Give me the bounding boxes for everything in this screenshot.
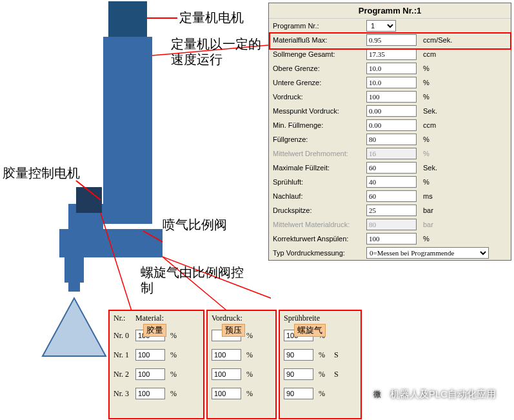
param-row-11: Nachlauf:ms [269, 189, 511, 203]
sub-material: Nr.:Material: 胶量 Nr. 0%Nr. 1%Nr. 2%Nr. 3… [108, 310, 204, 419]
sub-spruhbreite: Sprühbreite 螺旋气 %%S%S% [279, 310, 362, 419]
param-input-6[interactable] [366, 119, 417, 131]
subs-input-1[interactable] [284, 349, 313, 361]
tag-preload: 预压 [222, 324, 245, 337]
subp-input-1[interactable] [212, 349, 241, 361]
label-motor: 定量机电机 [179, 10, 244, 25]
svg-marker-7 [43, 298, 106, 356]
param-row-3: Untere Grenze:% [269, 75, 511, 90]
param-input-1[interactable] [366, 48, 417, 60]
param-row-2: Obere Grenze:% [269, 61, 511, 75]
label-prop-valve: 喷气比例阀 [163, 217, 227, 232]
param-row-12: Druckspitze:bar [269, 203, 511, 217]
param-input-12[interactable] [366, 205, 417, 216]
sel-row: Typ Vordruckmessung: 0=Messen bei Progra… [269, 246, 511, 260]
watermark: 微 机器人及PLC自动化应用 [371, 388, 496, 401]
svg-line-12 [101, 213, 132, 313]
param-input-14[interactable] [366, 233, 417, 245]
param-row-6: Min. Füllmenge:ccm [269, 118, 511, 132]
param-input-10[interactable] [366, 176, 417, 188]
subm-input-1[interactable] [135, 349, 165, 361]
sel-label: Typ Vordruckmessung: [273, 249, 366, 257]
prog-nr-row: Programm Nr.: 1 [269, 19, 511, 33]
tag-glue: 胶量 [143, 324, 166, 337]
param-input-0[interactable] [366, 34, 417, 46]
param-input-8 [366, 148, 417, 159]
param-row-10: Sprühluft:% [269, 175, 511, 189]
param-input-3[interactable] [366, 77, 417, 88]
param-input-11[interactable] [366, 190, 417, 202]
subs-input-3[interactable] [284, 388, 313, 399]
prog-nr-label: Programm Nr.: [273, 22, 366, 30]
label-spiral: 螺旋气由比例阀控制 [141, 265, 244, 295]
label-glue-motor: 胶量控制电机 [3, 165, 80, 181]
panel-title: Programm Nr.:1 [269, 3, 511, 19]
param-row-7: Füllgrenze:% [269, 132, 511, 146]
param-input-4[interactable] [366, 91, 417, 103]
subs-input-2[interactable] [284, 368, 313, 380]
typ-vordruck-select[interactable]: 0=Messen bei Programmende [366, 247, 489, 259]
param-row-9: Maximale Füllzeit:Sek. [269, 161, 511, 175]
tag-spiral: 螺旋气 [294, 324, 326, 337]
param-row-4: Vordruck:% [269, 90, 511, 104]
svg-rect-1 [103, 37, 152, 224]
param-input-5[interactable] [366, 105, 417, 117]
subm-input-2[interactable] [135, 368, 165, 380]
param-row-1: Sollmenge Gesamt:ccm [269, 47, 511, 61]
subp-input-3[interactable] [212, 388, 241, 399]
param-row-8: Mittelwert Drehmoment:% [269, 146, 511, 161]
param-row-0: Materialfluß Max:ccm/Sek. [269, 33, 511, 47]
sub-vordruck: Vordruck: 预压 %%%% [206, 310, 277, 419]
svg-rect-4 [64, 257, 84, 283]
subp-input-2[interactable] [212, 368, 241, 380]
wechat-icon: 微 [371, 388, 384, 401]
subm-input-3[interactable] [135, 388, 165, 399]
program-panel: Programm Nr.:1 Programm Nr.: 1 Materialf… [268, 3, 511, 261]
label-run: 定量机以一定的速度运行 [171, 36, 271, 67]
param-row-14: Korrekturwert Anspülen:% [269, 232, 511, 246]
param-row-5: Messpunkt Vordruck:Sek. [269, 104, 511, 118]
param-row-13: Mittelwert Materialdruck:bar [269, 217, 511, 232]
svg-rect-5 [68, 283, 80, 292]
svg-rect-0 [108, 1, 147, 37]
param-input-13 [366, 219, 417, 230]
param-input-9[interactable] [366, 162, 417, 174]
prog-nr-select[interactable]: 1 [366, 20, 396, 32]
param-input-2[interactable] [366, 63, 417, 74]
param-input-7[interactable] [366, 134, 417, 145]
